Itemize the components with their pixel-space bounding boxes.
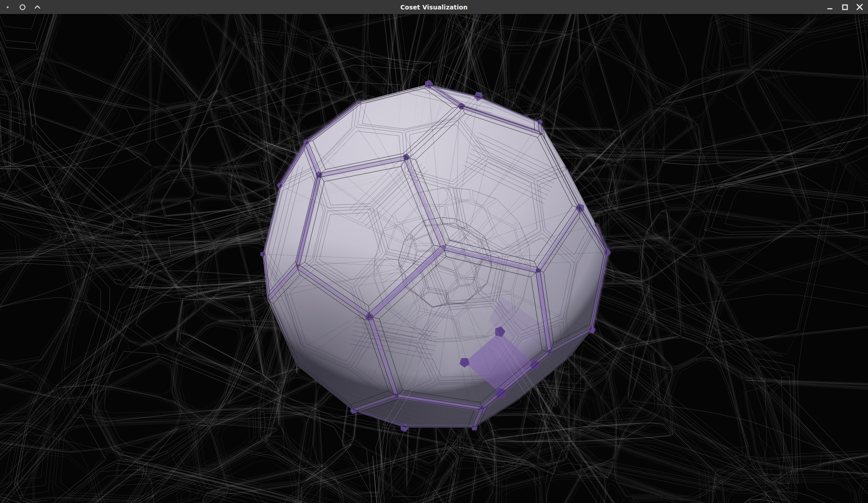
viewport-3d[interactable]: [0, 14, 868, 503]
titlebar[interactable]: Coset Visualization: [0, 0, 868, 14]
close-button[interactable]: [852, 0, 867, 14]
maximize-button[interactable]: [837, 0, 852, 14]
window-title: Coset Visualization: [0, 4, 868, 11]
minimize-button[interactable]: [822, 0, 837, 14]
